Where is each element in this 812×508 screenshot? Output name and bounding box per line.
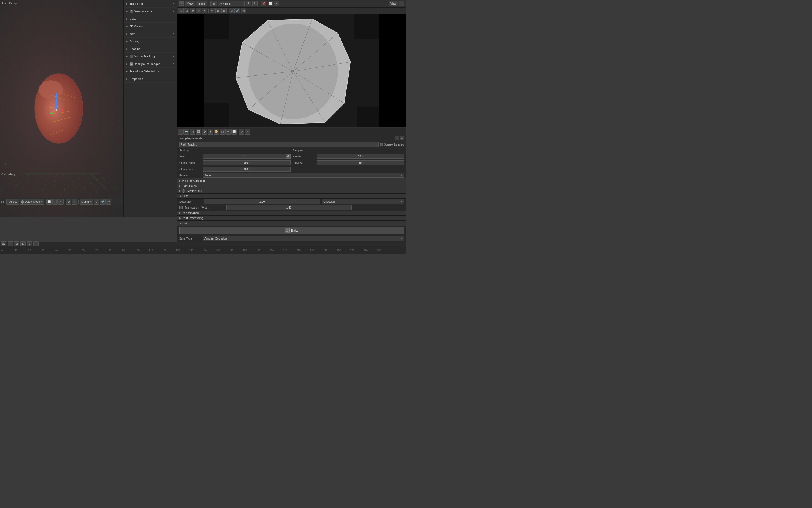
transform-gizmo[interactable]	[48, 91, 62, 113]
wireframe-btn[interactable]: ⬜	[46, 199, 52, 205]
sidebar-item-orientations[interactable]: ▶ Transform Orientations	[124, 68, 177, 75]
post-processing-header[interactable]: ▶ Post Processing	[177, 216, 406, 221]
collapse-icon[interactable]: ⤡	[245, 129, 250, 134]
snap-toggle[interactable]: 🔗	[100, 199, 105, 205]
view-mode-btn[interactable]: View	[389, 1, 398, 6]
uv-canvas[interactable]	[177, 14, 406, 127]
sidebar-item-shading[interactable]: ▶ Shading	[124, 45, 177, 53]
close-transform[interactable]: ✕	[173, 2, 175, 5]
image-type-icon[interactable]: ▦	[210, 1, 217, 6]
sidebar-item-view[interactable]: ▶ View	[124, 15, 177, 23]
color-mgt-icon[interactable]: ⬜	[231, 129, 237, 134]
rendered-btn[interactable]: ●	[58, 199, 63, 205]
sidebar-item-transform[interactable]: ▶ Transform ✕	[124, 0, 177, 7]
view-btn[interactable]: View	[185, 1, 195, 6]
close-motion[interactable]: ✕	[173, 55, 175, 58]
filter-type-select[interactable]: Gaussian ▼	[322, 199, 404, 204]
uv-cursor-icon[interactable]: ↖	[178, 8, 184, 13]
sidebar-item-grease-pencil[interactable]: ▶ ✓ Grease Pencil ✕	[124, 7, 177, 15]
filter-btn[interactable]: F	[252, 1, 257, 6]
seed-input[interactable]: 0	[203, 154, 286, 159]
sidebar-item-motion-tracking[interactable]: ▶ ✓ Motion Tracking ✕	[124, 53, 177, 60]
gear-icon2[interactable]: ⚙	[202, 129, 207, 134]
zoom-level[interactable]: 1	[246, 1, 251, 6]
exposure-input[interactable]: 1.00	[204, 199, 320, 204]
object-menu[interactable]: Object	[6, 199, 19, 205]
checkbox-grease[interactable]: ✓	[130, 10, 133, 13]
solid-btn[interactable]: ⬛	[52, 199, 58, 205]
path-tracing-select[interactable]: Path Tracing ▼	[179, 142, 379, 147]
uv-select-box-icon[interactable]: □	[184, 8, 189, 13]
preview-input[interactable]: 10	[317, 160, 404, 165]
uv-move-icon[interactable]: ✥	[190, 8, 195, 13]
expand-icon[interactable]: ⤢	[239, 129, 244, 134]
viewport-canvas[interactable]: User Persp	[0, 0, 123, 217]
sidebar-item-3dcursor[interactable]: ▶ 3D Cursor	[124, 23, 177, 30]
uv-snap-icon[interactable]: 🔗	[235, 8, 240, 13]
orientation-dropdown[interactable]: Global ▼	[80, 199, 93, 205]
viewport-3d[interactable]: User Persp	[0, 0, 124, 217]
performance-header[interactable]: ▶ Performance	[177, 211, 406, 216]
square-samples-toggle[interactable]	[380, 143, 383, 146]
uv-tool2-icon[interactable]: ⊟	[222, 8, 227, 13]
timeline-play-start[interactable]: ⏮	[1, 241, 6, 247]
timeline-ruler[interactable]: 0 10 20 30 40 50 60 70 80 90 100 110 120…	[0, 247, 406, 254]
timeline-step-fwd[interactable]: ⏵	[27, 241, 32, 247]
sampling-expand-icon[interactable]: +	[395, 136, 399, 140]
mode-dropdown[interactable]: Object Mode ▼	[19, 199, 44, 205]
snap-btn[interactable]: ⊕	[66, 199, 71, 205]
close-grease[interactable]: ✕	[173, 10, 175, 13]
uv-pin-icon[interactable]: 📌	[261, 1, 267, 6]
clamp-indirect-input[interactable]: 0.00	[203, 167, 291, 172]
freestyle-icon[interactable]: ✏	[226, 129, 231, 134]
bake-header[interactable]: ▼ Bake	[177, 221, 406, 226]
uv-expand-icon[interactable]: ⬚	[399, 1, 404, 6]
timeline-play-back[interactable]: ◀	[14, 241, 19, 247]
bake-button[interactable]: ⬡ Bake	[179, 227, 404, 234]
bake-icon[interactable]: ◫	[220, 129, 225, 134]
sidebar-item-item[interactable]: ▶ Item ✕	[124, 30, 177, 38]
volume-sampling-header[interactable]: ▶ Volume Sampling	[177, 178, 406, 183]
sidebar-item-properties[interactable]: ▶ Properties	[124, 75, 177, 83]
sidebar-item-bg-images[interactable]: ▶ 🖼 Background Images ✕	[124, 60, 177, 68]
bake-type-select[interactable]: Ambient Occlusion ▼	[203, 236, 404, 241]
path-tracing-header[interactable]: Path Tracing ▼ Square Samples	[177, 141, 406, 148]
color-icon[interactable]: 🎨	[213, 129, 219, 134]
film-header[interactable]: ▼ Film	[177, 194, 406, 199]
timeline-play-fwd[interactable]: ▶	[20, 241, 26, 247]
sampling-collapse-icon[interactable]: –	[399, 136, 404, 140]
film-icon[interactable]: 🎞	[196, 129, 201, 134]
motion-blur-header[interactable]: ▶ Motion Blur	[177, 188, 406, 194]
sidebar-item-display[interactable]: ▶ Display	[124, 38, 177, 45]
render-icon-btn[interactable]: 📷	[179, 1, 184, 6]
render-input[interactable]: 100	[317, 154, 404, 159]
uv-close-icon[interactable]: ✕	[274, 1, 279, 6]
mirror-btn[interactable]: ⟺	[105, 199, 111, 205]
proportional-btn[interactable]: ◎	[72, 199, 77, 205]
uv-tool1-icon[interactable]: ⊞	[216, 8, 221, 13]
checkbox-bg[interactable]: 🖼	[130, 62, 133, 66]
close-bg[interactable]: ✕	[173, 62, 175, 65]
image-name-field[interactable]: AO_map	[218, 1, 245, 6]
pattern-select[interactable]: Sobol ▼	[203, 173, 404, 178]
transparent-checkbox[interactable]	[179, 206, 183, 209]
camera-icon[interactable]: 📷	[184, 129, 189, 134]
light-icon[interactable]: ☀	[208, 129, 213, 134]
uv-prop-icon[interactable]: ◎	[241, 8, 246, 13]
close-item[interactable]: ✕	[173, 32, 175, 35]
uv-annotate-icon[interactable]: ✏	[209, 8, 215, 13]
image-btn[interactable]: Image	[196, 1, 207, 6]
add-label[interactable]: dd	[1, 200, 4, 203]
uv-scale-icon[interactable]: ⤢	[202, 8, 207, 13]
render-icon2[interactable]: ⬛	[178, 129, 184, 134]
pivot-btn[interactable]: ⊙	[94, 199, 99, 205]
light-paths-header[interactable]: ▶ Light Paths	[177, 183, 406, 188]
timeline-step-back[interactable]: ⏴	[7, 241, 13, 247]
uv-rotate-icon[interactable]: ↻	[196, 8, 201, 13]
seed-random-btn[interactable]: ↺	[286, 154, 291, 159]
clamp-direct-input[interactable]: 0.00	[203, 160, 291, 165]
timeline-play-end[interactable]: ⏭	[33, 241, 39, 247]
uv-editor[interactable]: 📷 View Image ▦ AO_map 1 F 📌 ⬜ ✕	[177, 0, 406, 121]
checkbox-motion[interactable]: ✓	[130, 55, 133, 58]
width-input[interactable]: 1.50	[227, 205, 351, 210]
